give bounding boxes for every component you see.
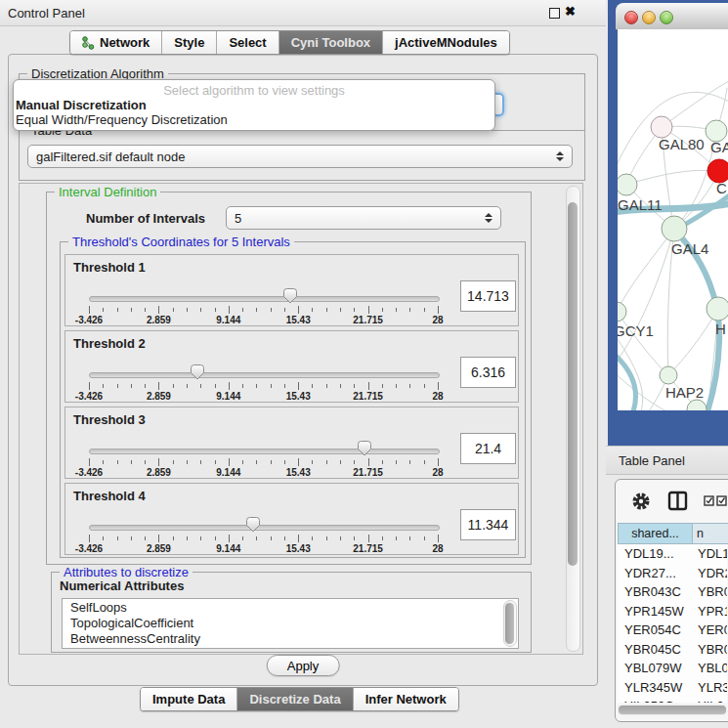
network-node-h[interactable]: [707, 297, 728, 321]
slider-track[interactable]: [89, 372, 440, 378]
network-window-titlebar[interactable]: [616, 3, 728, 30]
attribute-item[interactable]: SelfLoops: [63, 600, 505, 616]
apply-button[interactable]: Apply: [267, 655, 340, 676]
table-horizontal-scrollbar-thumb[interactable]: [619, 706, 726, 714]
column-header-name[interactable]: n: [693, 523, 728, 544]
checkbox-icon[interactable]: [704, 495, 714, 506]
table-data-combo[interactable]: galFiltered.sif default node: [27, 145, 573, 168]
node-label: C: [716, 180, 727, 196]
table-cell: YDR27...: [618, 564, 695, 583]
threshold-value-box[interactable]: 6.316: [460, 357, 516, 388]
table-cell: YBR0: [695, 640, 727, 660]
control-panel-titlebar: Control Panel ✖: [0, 0, 606, 26]
combo-arrows-icon: [552, 151, 568, 161]
tab-cyni-toolbox[interactable]: Cyni Toolbox: [278, 31, 382, 54]
threshold-label: Threshold 1: [73, 260, 146, 275]
threshold-label: Threshold 2: [73, 336, 146, 351]
table-cell: YER054C: [618, 621, 695, 640]
table-row[interactable]: YBL079WYBL0: [618, 659, 727, 678]
attributes-scrollbar[interactable]: [503, 600, 517, 647]
table-row[interactable]: YDL19...YDL1: [618, 544, 727, 564]
table-cell: YBL079W: [618, 659, 695, 678]
network-node-gal80[interactable]: [651, 116, 672, 138]
threshold-slider[interactable]: -3.4262.8599.14415.4321.71528: [89, 284, 438, 325]
threshold-slider[interactable]: -3.4262.8599.14415.4321.71528: [89, 513, 438, 554]
menu-item-manual-discretization[interactable]: Manual Discretization: [14, 98, 494, 112]
bottom-tabs: Impute DataDiscretize DataInfer Network: [140, 687, 459, 711]
tab-label: Network: [100, 35, 150, 50]
slider-track[interactable]: [89, 296, 440, 302]
tab-discretize-data[interactable]: Discretize Data: [236, 688, 352, 710]
table-row[interactable]: YDR27...YDR2: [618, 564, 727, 583]
menu-item-equal-width-frequency-discretization[interactable]: Equal Width/Frequency Discretization: [14, 112, 494, 127]
table-cell: YDR2: [695, 564, 727, 583]
table-row[interactable]: YBR043CYBR0: [618, 582, 727, 602]
close-icon[interactable]: ✖: [565, 4, 576, 19]
attribute-item[interactable]: BetweennessCentrality: [63, 631, 505, 646]
slider-thumb-icon[interactable]: [282, 287, 298, 304]
threshold-slider[interactable]: -3.4262.8599.14415.4321.71528: [89, 437, 438, 478]
number-of-intervals-combo[interactable]: 5: [226, 206, 501, 230]
threshold-section: Threshold 2 -3.4262.8599.14415.4321.7152…: [64, 330, 519, 403]
tab-style[interactable]: Style: [161, 31, 216, 54]
tab-label: Select: [229, 35, 266, 50]
tab-impute-data[interactable]: Impute Data: [141, 688, 236, 710]
table-cell: YIL052C: [618, 697, 695, 703]
network-edge: [668, 309, 718, 375]
table-row[interactable]: YBR045CYBR0: [618, 640, 727, 660]
table-cell: YBL0: [695, 659, 727, 678]
table-row[interactable]: YPR145WYPR1: [618, 602, 727, 621]
threshold-section: Threshold 1 -3.4262.8599.14415.4321.7152…: [64, 254, 519, 326]
network-node-gal11[interactable]: [618, 174, 637, 195]
threshold-list: Threshold 1 -3.4262.8599.14415.4321.7152…: [64, 254, 519, 559]
float-window-icon[interactable]: [549, 8, 560, 19]
threshold-section: Threshold 3 -3.4262.8599.14415.4321.7152…: [64, 407, 519, 479]
slider-thumb-icon[interactable]: [245, 516, 261, 533]
threshold-value-box[interactable]: 14.713: [460, 280, 516, 312]
settings-scrollbar[interactable]: [566, 186, 580, 652]
table-horizontal-scrollbar[interactable]: [618, 705, 727, 715]
tab-select[interactable]: Select: [216, 31, 278, 54]
table-cell: YLR3: [695, 678, 727, 698]
threshold-slider[interactable]: -3.4262.8599.14415.4321.71528: [89, 361, 438, 402]
threshold-label: Threshold 3: [73, 412, 146, 427]
table-cell: YDL19...: [618, 544, 695, 564]
close-traffic-light[interactable]: [624, 11, 638, 24]
table-row[interactable]: YIL052CYIL0: [618, 697, 727, 703]
network-node-gal4[interactable]: [662, 216, 687, 241]
threshold-value-box[interactable]: 21.4: [460, 433, 516, 464]
table-panel: Table Panel: [606, 446, 728, 728]
table-cell: YPR1: [695, 602, 727, 621]
gear-icon[interactable]: [631, 492, 651, 511]
checkbox-icon[interactable]: [716, 495, 727, 506]
network-node-hap2[interactable]: [660, 366, 677, 384]
attributes-legend: Attributes to discretize: [60, 565, 193, 579]
table-cell: YDL1: [695, 544, 727, 564]
slider-ticks: [89, 535, 438, 542]
table-row[interactable]: YLR345WYLR3: [618, 678, 727, 698]
table-header-row: shared... n: [618, 523, 728, 544]
column-header-shared-name[interactable]: shared...: [618, 523, 693, 544]
table-cell: YBR045C: [618, 640, 695, 660]
slider-track[interactable]: [89, 449, 440, 454]
table-row[interactable]: YER054CYER0: [618, 621, 727, 640]
tab-jactivemnodules[interactable]: jActiveMNodules: [382, 31, 509, 54]
network-node[interactable]: [687, 400, 707, 410]
top-tabs: NetworkStyleSelectCyni ToolboxjActiveMNo…: [69, 30, 510, 55]
zoom-traffic-light[interactable]: [660, 11, 673, 24]
node-label: H: [715, 321, 726, 337]
network-node-gcy1[interactable]: [618, 302, 626, 321]
table-cell: YBR043C: [618, 582, 695, 602]
tab-infer-network[interactable]: Infer Network: [353, 688, 458, 710]
threshold-value-box[interactable]: 11.344: [460, 509, 516, 540]
tab-network[interactable]: Network: [70, 31, 161, 54]
column-selector-icon[interactable]: [667, 491, 688, 511]
network-canvas[interactable]: GAL80GACGAL11GAL4GCY1HHAP2: [618, 29, 728, 410]
settings-scrollbar-thumb[interactable]: [568, 202, 578, 566]
minimize-traffic-light[interactable]: [642, 11, 656, 24]
slider-track[interactable]: [89, 525, 440, 531]
slider-thumb-icon[interactable]: [190, 364, 205, 380]
table-panel-titlebar: Table Panel: [606, 446, 728, 475]
attribute-item[interactable]: TopologicalCoefficient: [63, 616, 505, 631]
slider-thumb-icon[interactable]: [357, 440, 372, 456]
